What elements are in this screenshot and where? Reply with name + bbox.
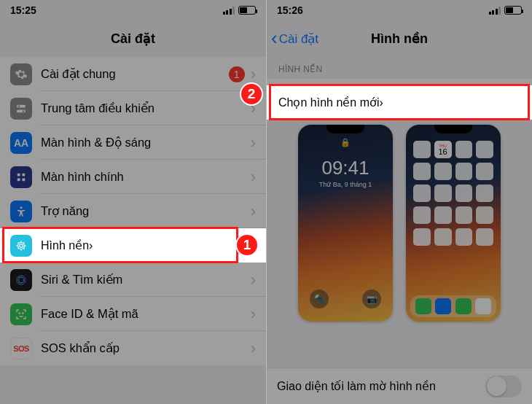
app-grid: THU16 bbox=[413, 141, 493, 292]
row-label: Màn hình & Độ sáng bbox=[41, 136, 248, 149]
wallpaper-previews: 🔒 09:41 Thứ Ba, 9 tháng 1 🔦 📷 THU16 bbox=[267, 113, 532, 329]
row-siri[interactable]: Siri & Tìm kiếm › bbox=[0, 263, 266, 297]
wallpaper-icon bbox=[10, 235, 32, 257]
svg-point-13 bbox=[19, 312, 20, 313]
row-display[interactable]: AA Màn hình & Độ sáng › bbox=[0, 125, 266, 160]
flashlight-icon: 🔦 bbox=[310, 290, 329, 308]
status-bar: 15:25 bbox=[0, 0, 266, 20]
wallpaper-screen: 15:26 ‹ Cài đặt Hình nền HÌNH NỀN Chọn h… bbox=[266, 0, 532, 404]
svg-point-14 bbox=[23, 312, 23, 313]
row-label: Siri & Tìm kiếm bbox=[41, 273, 248, 287]
row-label: Cài đặt chung bbox=[41, 67, 229, 81]
toggle-switch[interactable] bbox=[485, 376, 522, 397]
row-label: Trung tâm điều khiển bbox=[41, 101, 248, 115]
chevron-right-icon: › bbox=[251, 168, 256, 187]
notification-badge: 1 bbox=[229, 66, 245, 82]
row-choose-new-wallpaper-highlighted[interactable]: Chọn hình nền mới › bbox=[267, 85, 532, 120]
signal-icon bbox=[223, 7, 235, 15]
svg-rect-0 bbox=[17, 104, 26, 107]
nav-header: ‹ Cài đặt Hình nền bbox=[267, 20, 532, 57]
chevron-right-icon: › bbox=[251, 271, 256, 290]
chevron-right-icon: › bbox=[89, 239, 93, 252]
settings-list: Cài đặt chung 1 › Trung tâm điều khiển ›… bbox=[0, 57, 266, 365]
dock bbox=[410, 295, 496, 317]
row-label: Trợ năng bbox=[41, 204, 248, 218]
row-sos[interactable]: SOS SOS khẩn cấp › bbox=[0, 331, 266, 365]
signal-icon bbox=[489, 7, 501, 15]
back-label: Cài đặt bbox=[279, 31, 318, 47]
switches-icon bbox=[10, 98, 32, 120]
chevron-right-icon: › bbox=[251, 339, 256, 358]
chevron-left-icon: ‹ bbox=[271, 28, 278, 47]
svg-rect-5 bbox=[23, 173, 26, 176]
svg-point-2 bbox=[18, 105, 20, 106]
preview-time: 09:41 bbox=[298, 157, 393, 179]
chevron-right-icon: › bbox=[380, 96, 383, 109]
face-id-icon bbox=[10, 303, 32, 325]
row-control-center[interactable]: Trung tâm điều khiển › bbox=[0, 91, 266, 125]
row-label: Chọn hình nền mới bbox=[278, 96, 380, 109]
step-badge-2: 2 bbox=[240, 82, 263, 106]
back-button[interactable]: ‹ Cài đặt bbox=[271, 20, 318, 57]
page-title: Hình nền bbox=[371, 31, 428, 47]
accessibility-icon bbox=[10, 201, 32, 222]
preview-lock-screen[interactable]: 🔒 09:41 Thứ Ba, 9 tháng 1 🔦 📷 bbox=[298, 125, 393, 322]
row-label: Màn hình chính bbox=[41, 170, 248, 184]
svg-rect-4 bbox=[17, 173, 20, 176]
chevron-right-icon: › bbox=[251, 133, 256, 152]
row-label: Hình nền bbox=[41, 238, 89, 252]
svg-rect-6 bbox=[17, 178, 20, 181]
camera-icon: 📷 bbox=[362, 290, 381, 308]
status-time: 15:26 bbox=[277, 4, 303, 16]
battery-icon bbox=[504, 6, 522, 15]
sos-icon: SOS bbox=[10, 338, 32, 360]
preview-date: Thứ Ba, 9 tháng 1 bbox=[298, 181, 393, 188]
svg-point-8 bbox=[20, 206, 23, 209]
row-label: SOS khẩn cấp bbox=[41, 341, 248, 355]
svg-rect-7 bbox=[23, 178, 26, 181]
siri-icon bbox=[10, 269, 32, 291]
page-title: Cài đặt bbox=[111, 31, 155, 47]
grid-icon bbox=[10, 166, 32, 188]
chevron-right-icon: › bbox=[251, 202, 256, 221]
svg-point-15 bbox=[20, 244, 23, 247]
settings-screen: 15:25 Cài đặt Cài đặt chung 1 › Trung tâ… bbox=[0, 0, 266, 404]
nav-header: Cài đặt bbox=[0, 20, 266, 57]
row-general[interactable]: Cài đặt chung 1 › bbox=[0, 57, 266, 91]
text-size-icon: AA bbox=[10, 132, 32, 154]
gear-icon bbox=[10, 63, 32, 85]
toggle-label: Giao diện tối làm mờ hình nền bbox=[277, 379, 485, 393]
lock-icon: 🔒 bbox=[340, 138, 351, 147]
row-home-screen[interactable]: Màn hình chính › bbox=[0, 160, 266, 194]
svg-point-12 bbox=[18, 277, 24, 283]
row-wallpaper-highlighted[interactable]: Hình nền › bbox=[0, 228, 266, 263]
preview-home-screen[interactable]: THU16 bbox=[406, 125, 501, 322]
row-faceid[interactable]: Face ID & Mật mã › bbox=[0, 297, 266, 331]
chevron-right-icon: › bbox=[251, 65, 256, 84]
chevron-right-icon: › bbox=[251, 305, 256, 324]
battery-icon bbox=[238, 6, 256, 15]
row-label: Face ID & Mật mã bbox=[41, 307, 248, 321]
svg-point-3 bbox=[23, 110, 24, 112]
row-dark-dim: Giao diện tối làm mờ hình nền bbox=[267, 368, 532, 404]
status-time: 15:25 bbox=[10, 4, 36, 16]
row-accessibility[interactable]: Trợ năng › bbox=[0, 194, 266, 228]
status-bar: 15:26 bbox=[267, 0, 532, 20]
svg-rect-1 bbox=[17, 109, 26, 112]
section-label: HÌNH NỀN bbox=[267, 57, 532, 79]
step-badge-1: 1 bbox=[235, 233, 259, 257]
